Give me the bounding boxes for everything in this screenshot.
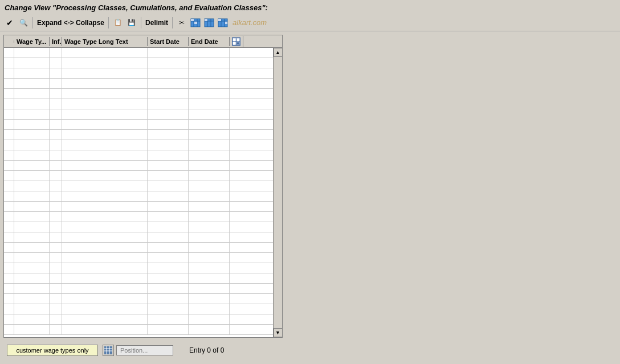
row-startdate[interactable] [148, 284, 189, 293]
table-row[interactable] [4, 58, 273, 68]
row-inf[interactable] [50, 89, 62, 99]
row-enddate[interactable] [189, 89, 230, 99]
row-startdate[interactable] [148, 150, 189, 160]
row-enddate[interactable] [189, 140, 230, 150]
row-startdate[interactable] [148, 191, 189, 201]
row-enddate[interactable] [189, 79, 230, 88]
row-startdate[interactable] [148, 79, 189, 88]
row-selector[interactable] [4, 130, 14, 140]
row-longtext[interactable] [62, 232, 148, 242]
table-row[interactable] [4, 79, 273, 89]
row-enddate[interactable] [189, 109, 230, 119]
row-longtext[interactable] [62, 48, 148, 58]
row-inf[interactable] [50, 130, 62, 140]
row-selector[interactable] [4, 263, 14, 273]
row-inf[interactable] [50, 99, 62, 109]
col-startdate-header[interactable]: Start Date [148, 37, 189, 46]
row-longtext[interactable] [62, 68, 148, 78]
row-longtext[interactable] [62, 130, 148, 140]
row-enddate[interactable] [189, 48, 230, 58]
row-wagetype[interactable] [14, 294, 50, 304]
table-row[interactable] [4, 99, 273, 109]
row-startdate[interactable] [148, 304, 189, 314]
row-wagetype[interactable] [14, 253, 50, 263]
row-longtext[interactable] [62, 314, 148, 324]
row-startdate[interactable] [148, 253, 189, 263]
row-wagetype[interactable] [14, 243, 50, 252]
row-enddate[interactable] [189, 99, 230, 109]
row-startdate[interactable] [148, 181, 189, 191]
table-row[interactable] [4, 140, 273, 150]
col-config-header[interactable] [230, 36, 243, 47]
table-row[interactable] [4, 212, 273, 222]
table-row[interactable] [4, 314, 273, 325]
row-startdate[interactable] [148, 171, 189, 181]
row-startdate[interactable] [148, 243, 189, 252]
row-selector[interactable] [4, 222, 14, 232]
row-longtext[interactable] [62, 284, 148, 293]
table-row[interactable] [4, 130, 273, 140]
table-row[interactable] [4, 294, 273, 304]
row-startdate[interactable] [148, 314, 189, 324]
row-wagetype[interactable] [14, 325, 50, 334]
row-inf[interactable] [50, 273, 62, 283]
row-longtext[interactable] [62, 109, 148, 119]
row-selector[interactable] [4, 161, 14, 170]
row-selector[interactable] [4, 253, 14, 263]
row-selector[interactable] [4, 181, 14, 191]
row-enddate[interactable] [189, 181, 230, 191]
row-startdate[interactable] [148, 89, 189, 99]
row-wagetype[interactable] [14, 109, 50, 119]
row-selector[interactable] [4, 273, 14, 283]
row-enddate[interactable] [189, 253, 230, 263]
table-row[interactable] [4, 48, 273, 58]
row-longtext[interactable] [62, 171, 148, 181]
copy-btn[interactable]: 📋 [112, 17, 124, 29]
table-btn-1[interactable] [189, 17, 202, 29]
row-inf[interactable] [50, 243, 62, 252]
row-selector[interactable] [4, 294, 14, 304]
row-inf[interactable] [50, 161, 62, 170]
row-selector[interactable] [4, 79, 14, 88]
scrollbar[interactable]: ▲ ▼ [273, 48, 282, 337]
row-startdate[interactable] [148, 161, 189, 170]
row-wagetype[interactable] [14, 284, 50, 293]
row-wagetype[interactable] [14, 140, 50, 150]
row-selector[interactable] [4, 243, 14, 252]
row-inf[interactable] [50, 304, 62, 314]
row-inf[interactable] [50, 48, 62, 58]
row-selector[interactable] [4, 48, 14, 58]
table-row[interactable] [4, 181, 273, 191]
row-enddate[interactable] [189, 191, 230, 201]
row-inf[interactable] [50, 171, 62, 181]
row-wagetype[interactable] [14, 58, 50, 68]
row-selector[interactable] [4, 99, 14, 109]
row-enddate[interactable] [189, 294, 230, 304]
row-enddate[interactable] [189, 304, 230, 314]
row-wagetype[interactable] [14, 212, 50, 222]
row-enddate[interactable] [189, 58, 230, 68]
col-inf-header[interactable]: Inf... [50, 37, 62, 46]
row-wagetype[interactable] [14, 191, 50, 201]
col-enddate-header[interactable]: End Date [189, 37, 230, 46]
row-wagetype[interactable] [14, 181, 50, 191]
row-startdate[interactable] [148, 99, 189, 109]
row-selector[interactable] [4, 314, 14, 324]
row-inf[interactable] [50, 284, 62, 293]
table-row[interactable] [4, 222, 273, 232]
row-longtext[interactable] [62, 243, 148, 252]
row-enddate[interactable] [189, 314, 230, 324]
row-enddate[interactable] [189, 263, 230, 273]
row-wagetype[interactable] [14, 79, 50, 88]
table-row[interactable] [4, 161, 273, 171]
row-inf[interactable] [50, 294, 62, 304]
col-wagetype-header[interactable]: Wage Ty... [14, 37, 50, 46]
row-inf[interactable] [50, 68, 62, 78]
row-wagetype[interactable] [14, 202, 50, 211]
row-startdate[interactable] [148, 48, 189, 58]
row-startdate[interactable] [148, 294, 189, 304]
table-row[interactable] [4, 109, 273, 120]
row-wagetype[interactable] [14, 314, 50, 324]
row-startdate[interactable] [148, 140, 189, 150]
row-longtext[interactable] [62, 89, 148, 99]
